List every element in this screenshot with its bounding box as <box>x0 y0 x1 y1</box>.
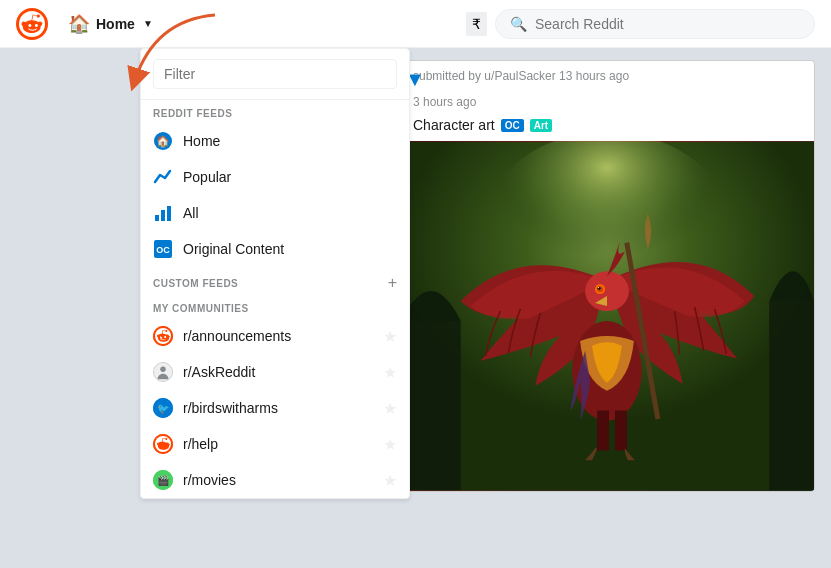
menu-popular-label: Popular <box>183 169 231 185</box>
all-menu-icon <box>153 203 173 223</box>
star-icon-birdswitharms[interactable]: ★ <box>383 399 397 418</box>
star-icon-movies[interactable]: ★ <box>383 471 397 490</box>
home-feed-icon: 🏠 <box>68 13 90 35</box>
search-input[interactable] <box>535 16 800 32</box>
menu-oc-label: Original Content <box>183 241 284 257</box>
svg-point-28 <box>598 287 601 290</box>
search-icon: 🔍 <box>510 16 527 32</box>
announcements-avatar <box>153 326 173 346</box>
community-item-help[interactable]: r/help ★ <box>141 426 409 462</box>
character-art-svg <box>401 141 814 491</box>
help-avatar <box>153 434 173 454</box>
badge-oc: OC <box>501 119 524 132</box>
search-bar[interactable]: 🔍 <box>495 9 815 39</box>
my-communities-header: MY COMMUNITIES <box>141 295 409 318</box>
birdswitharms-avatar: 🐦 <box>153 398 173 418</box>
reddit-feeds-header: REDDIT FEEDS <box>141 100 409 123</box>
community-item-birdswitharms[interactable]: 🐦 r/birdswitharms ★ <box>141 390 409 426</box>
svg-rect-32 <box>615 411 627 451</box>
svg-text:🐦: 🐦 <box>157 402 170 415</box>
community-item-askreddit[interactable]: r/AskReddit ★ <box>141 354 409 390</box>
menu-all-label: All <box>183 205 199 221</box>
post-title-row: Character art OC Art <box>401 113 814 141</box>
svg-text:OC: OC <box>156 245 170 255</box>
popular-menu-icon <box>153 167 173 187</box>
badge-art: Art <box>530 119 552 132</box>
svg-rect-23 <box>769 301 814 490</box>
oc-menu-icon: OC <box>153 239 173 259</box>
reddit-logo[interactable] <box>16 8 48 40</box>
reddit-logo-icon <box>16 8 48 40</box>
movies-label: r/movies <box>183 472 236 488</box>
announcements-label: r/announcements <box>183 328 291 344</box>
filter-section <box>141 49 409 100</box>
svg-rect-6 <box>161 210 165 221</box>
menu-home-label: Home <box>183 133 220 149</box>
menu-item-home[interactable]: 🏠 Home <box>141 123 409 159</box>
askreddit-label: r/AskReddit <box>183 364 255 380</box>
menu-item-all[interactable]: All <box>141 195 409 231</box>
dropdown-menu: REDDIT FEEDS 🏠 Home Popular All <box>140 48 410 499</box>
currency-icon: ₹ <box>472 16 481 32</box>
svg-rect-5 <box>155 215 159 221</box>
svg-rect-31 <box>597 411 609 451</box>
post-image <box>401 141 814 491</box>
birdswitharms-label: r/birdswitharms <box>183 400 278 416</box>
currency-button[interactable]: ₹ <box>466 12 487 36</box>
filter-input[interactable] <box>153 59 397 89</box>
help-label: r/help <box>183 436 218 452</box>
home-menu-icon: 🏠 <box>153 131 173 151</box>
dropdown-arrow-icon: ▼ <box>143 18 153 29</box>
movies-avatar: 🎬 <box>153 470 173 490</box>
post-submitted-by: submitted by u/PaulSacker 13 hours ago <box>401 61 814 91</box>
star-icon-askreddit[interactable]: ★ <box>383 363 397 382</box>
svg-text:🎬: 🎬 <box>157 474 170 487</box>
svg-point-29 <box>598 287 599 288</box>
custom-feeds-header: CUSTOM FEEDS + <box>141 267 409 295</box>
star-icon-announcements[interactable]: ★ <box>383 327 397 346</box>
svg-text:🏠: 🏠 <box>156 134 170 148</box>
home-dropdown-button[interactable]: 🏠 Home ▼ <box>60 9 161 39</box>
post-title: Character art <box>413 117 495 133</box>
home-label: Home <box>96 16 135 32</box>
post-time: 3 hours ago <box>401 91 814 113</box>
menu-item-popular[interactable]: Popular <box>141 159 409 195</box>
community-item-announcements[interactable]: r/announcements ★ <box>141 318 409 354</box>
askreddit-avatar <box>153 362 173 382</box>
post-card: submitted by u/PaulSacker 13 hours ago 3… <box>400 60 815 492</box>
svg-point-13 <box>160 367 165 372</box>
svg-rect-7 <box>167 206 171 221</box>
add-custom-feed-button[interactable]: + <box>388 275 397 291</box>
header: 🏠 Home ▼ ₹ 🔍 <box>0 0 831 48</box>
community-item-movies[interactable]: 🎬 r/movies ★ <box>141 462 409 498</box>
menu-item-oc[interactable]: OC Original Content <box>141 231 409 267</box>
star-icon-help[interactable]: ★ <box>383 435 397 454</box>
